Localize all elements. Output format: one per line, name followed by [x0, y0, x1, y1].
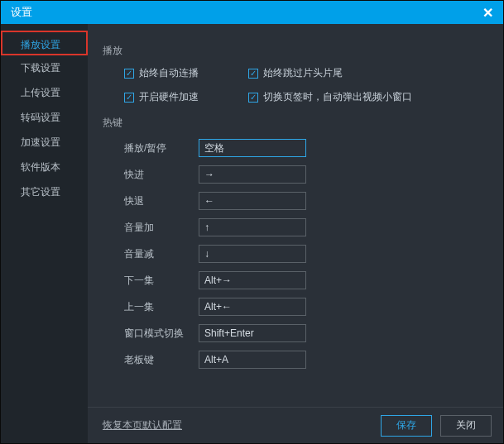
hotkey-label: 快进	[124, 168, 199, 182]
sidebar-item-label: 加速设置	[21, 136, 60, 148]
hotkey-input-window-mode[interactable]	[199, 324, 306, 342]
hotkey-input-boss-key[interactable]	[199, 351, 306, 369]
check-icon: ✓	[124, 93, 134, 103]
section-title-playback: 播放	[103, 44, 488, 58]
hotkey-input-backward[interactable]	[199, 192, 306, 210]
checkbox-row: ✓ 开启硬件加速 ✓ 切换页签时，自动弹出视频小窗口	[124, 90, 488, 104]
sidebar-item-label: 播放设置	[21, 39, 60, 50]
close-icon[interactable]: ✕	[479, 5, 497, 21]
checkbox-label: 开启硬件加速	[139, 90, 199, 104]
hotkey-label: 音量加	[124, 221, 199, 235]
hotkey-input-next-ep[interactable]	[199, 271, 306, 289]
sidebar-item-label: 上传设置	[21, 87, 60, 98]
sidebar-item-label: 其它设置	[21, 186, 60, 198]
hotkey-row-prev-ep: 上一集	[124, 297, 488, 317]
sidebar-item-label: 转码设置	[21, 112, 60, 123]
hotkey-label: 上一集	[124, 300, 199, 314]
window-title: 设置	[11, 5, 32, 20]
settings-window: 设置 ✕ 播放设置 下载设置 上传设置 转码设置 加速设置 软件版本 其它设置 …	[0, 0, 504, 444]
hotkey-row-vol-down: 音量减	[124, 244, 488, 264]
hotkey-row-vol-up: 音量加	[124, 217, 488, 237]
hotkey-row-forward: 快进	[124, 165, 488, 184]
content-area: 播放 ✓ 始终自动连播 ✓ 始终跳过片头片尾 ✓ 开启硬件加速	[88, 24, 503, 407]
hotkey-input-play-pause[interactable]	[199, 139, 306, 157]
checkbox-label: 始终跳过片头片尾	[263, 66, 343, 80]
checkbox-autoplay[interactable]: ✓ 始终自动连播	[124, 66, 199, 80]
main-panel: 播放 ✓ 始终自动连播 ✓ 始终跳过片头片尾 ✓ 开启硬件加速	[88, 24, 503, 443]
section-title-hotkeys: 热键	[103, 116, 488, 130]
titlebar: 设置 ✕	[1, 1, 503, 24]
sidebar-item-label: 软件版本	[21, 161, 60, 173]
check-icon: ✓	[248, 69, 258, 79]
sidebar-item-download[interactable]: 下载设置	[1, 55, 88, 80]
checkbox-skip-headtail[interactable]: ✓ 始终跳过片头片尾	[248, 66, 343, 80]
hotkey-row-window-mode: 窗口模式切换	[124, 323, 488, 343]
check-icon: ✓	[124, 69, 134, 79]
sidebar-item-other[interactable]: 其它设置	[1, 179, 88, 204]
hotkey-row-backward: 快退	[124, 191, 488, 211]
sidebar: 播放设置 下载设置 上传设置 转码设置 加速设置 软件版本 其它设置	[1, 24, 88, 443]
hotkey-label: 窗口模式切换	[124, 327, 199, 341]
footer: 恢复本页默认配置 保存 关闭	[88, 407, 503, 443]
hotkey-row-next-ep: 下一集	[124, 270, 488, 290]
sidebar-item-label: 下载设置	[21, 62, 60, 74]
sidebar-item-accelerate[interactable]: 加速设置	[1, 130, 88, 155]
checkbox-label: 切换页签时，自动弹出视频小窗口	[263, 90, 412, 104]
hotkey-label: 老板键	[124, 353, 199, 367]
hotkey-input-vol-down[interactable]	[199, 245, 306, 263]
checkbox-hw-accel[interactable]: ✓ 开启硬件加速	[124, 90, 199, 104]
close-button[interactable]: 关闭	[440, 415, 492, 437]
hotkey-row-play-pause: 播放/暂停	[124, 138, 488, 158]
hotkey-label: 快退	[124, 194, 199, 208]
check-icon: ✓	[248, 93, 258, 103]
hotkey-label: 播放/暂停	[124, 141, 199, 155]
hotkey-row-boss-key: 老板键	[124, 350, 488, 370]
checkbox-row: ✓ 始终自动连播 ✓ 始终跳过片头片尾	[124, 66, 488, 80]
sidebar-item-version[interactable]: 软件版本	[1, 155, 88, 179]
hotkeys-section: 热键 播放/暂停 快进 快退 音量加	[103, 116, 488, 370]
save-button[interactable]: 保存	[381, 415, 432, 437]
hotkey-input-forward[interactable]	[199, 165, 306, 184]
window-body: 播放设置 下载设置 上传设置 转码设置 加速设置 软件版本 其它设置 播放 ✓ …	[1, 24, 503, 443]
footer-buttons: 保存 关闭	[381, 415, 492, 437]
checkbox-popout[interactable]: ✓ 切换页签时，自动弹出视频小窗口	[248, 90, 412, 104]
hotkey-label: 音量减	[124, 247, 199, 261]
hotkey-input-prev-ep[interactable]	[199, 298, 306, 316]
hotkey-input-vol-up[interactable]	[199, 218, 306, 236]
restore-defaults-link[interactable]: 恢复本页默认配置	[103, 418, 182, 432]
checkbox-label: 始终自动连播	[139, 66, 199, 80]
sidebar-item-transcode[interactable]: 转码设置	[1, 105, 88, 130]
sidebar-item-playback[interactable]: 播放设置	[1, 31, 88, 55]
sidebar-item-upload[interactable]: 上传设置	[1, 80, 88, 105]
hotkey-label: 下一集	[124, 274, 199, 288]
